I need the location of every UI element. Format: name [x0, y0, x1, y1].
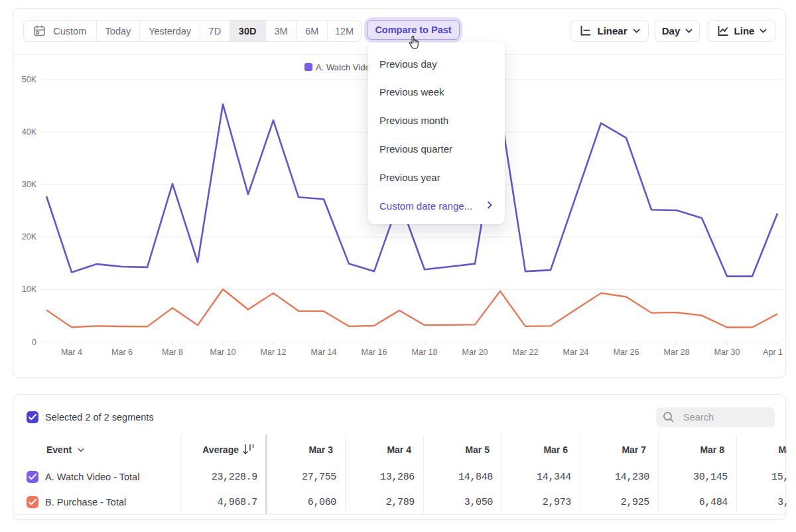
- svg-text:20K: 20K: [22, 232, 37, 241]
- svg-text:Mar 16: Mar 16: [362, 348, 387, 357]
- svg-text:0: 0: [32, 338, 36, 347]
- svg-text:Mar 14: Mar 14: [311, 348, 337, 357]
- svg-text:Mar 26: Mar 26: [614, 348, 639, 357]
- svg-text:Mar 10: Mar 10: [210, 348, 236, 357]
- svg-text:Mar 8: Mar 8: [162, 348, 183, 357]
- svg-text:Mar 12: Mar 12: [261, 348, 287, 357]
- svg-text:Mar 18: Mar 18: [412, 348, 438, 357]
- svg-text:30K: 30K: [22, 180, 37, 189]
- svg-text:Mar 28: Mar 28: [664, 348, 690, 357]
- svg-text:Mar 20: Mar 20: [462, 348, 488, 357]
- svg-text:Mar 24: Mar 24: [563, 348, 589, 357]
- svg-text:50K: 50K: [22, 75, 37, 84]
- svg-text:Mar 4: Mar 4: [61, 348, 82, 357]
- svg-text:10K: 10K: [22, 285, 37, 294]
- svg-text:Mar 22: Mar 22: [513, 348, 539, 357]
- svg-text:Mar 6: Mar 6: [111, 348, 133, 357]
- svg-text:Mar 30: Mar 30: [714, 348, 740, 357]
- svg-text:Apr 1: Apr 1: [763, 348, 783, 357]
- svg-text:40K: 40K: [22, 127, 37, 137]
